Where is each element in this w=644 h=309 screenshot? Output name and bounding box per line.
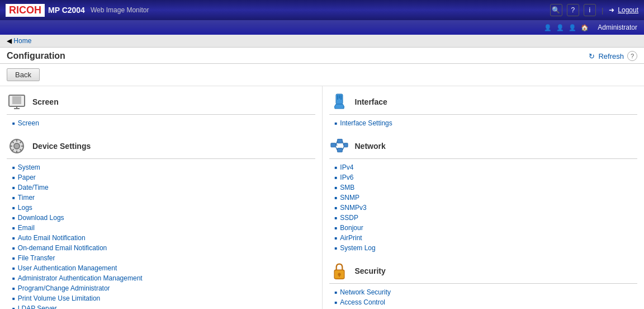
svg-rect-18 bbox=[339, 95, 340, 99]
page-header: Configuration ↻ Refresh ? bbox=[0, 48, 644, 64]
user-icon-2: 👤 bbox=[556, 24, 564, 31]
ipv4-link[interactable]: IPv4 bbox=[335, 162, 638, 172]
interface-section: Interface Interface Settings bbox=[329, 92, 638, 128]
screen-links: Screen bbox=[7, 118, 315, 128]
access-control-link[interactable]: Access Control bbox=[335, 297, 638, 307]
user-auth-link[interactable]: User Authentication Management bbox=[12, 263, 315, 273]
svg-line-26 bbox=[342, 141, 344, 145]
svg-rect-31 bbox=[339, 274, 340, 277]
screen-link[interactable]: Screen bbox=[12, 118, 315, 128]
network-section-header: Network bbox=[329, 136, 638, 159]
back-area: Back bbox=[0, 64, 644, 86]
help-button[interactable]: ? bbox=[627, 51, 637, 61]
svg-rect-22 bbox=[344, 143, 348, 147]
logout-button[interactable]: Logout bbox=[618, 6, 638, 14]
security-icon bbox=[329, 261, 349, 281]
info-icon-btn[interactable]: i bbox=[584, 4, 596, 16]
interface-settings-link[interactable]: Interface Settings bbox=[335, 118, 638, 128]
security-section-header: Security bbox=[329, 261, 638, 284]
logs-link[interactable]: Logs bbox=[12, 203, 315, 213]
home-icon: 🏠 bbox=[581, 24, 589, 31]
device-settings-icon bbox=[7, 136, 27, 156]
paper-link[interactable]: Paper bbox=[12, 172, 315, 182]
monitor-name: Web Image Monitor bbox=[91, 6, 149, 14]
left-panel: Screen Screen bbox=[0, 86, 323, 309]
print-volume-link[interactable]: Print Volume Use Limitation bbox=[12, 293, 315, 303]
svg-rect-16 bbox=[337, 95, 338, 100]
refresh-label: Refresh bbox=[598, 52, 624, 60]
download-logs-link[interactable]: Download Logs bbox=[12, 213, 315, 223]
system-log-link[interactable]: System Log bbox=[335, 243, 638, 253]
user-icon-3: 👤 bbox=[569, 24, 576, 31]
network-links: IPv4 IPv6 SMB SNMP SNMPv3 SSDP Bonjour A… bbox=[329, 162, 638, 253]
svg-rect-1 bbox=[12, 96, 21, 104]
airprint-link[interactable]: AirPrint bbox=[335, 233, 638, 243]
security-section: Security Network Security Access Control… bbox=[329, 261, 638, 309]
device-settings-section-title: Device Settings bbox=[32, 142, 91, 151]
home-link[interactable]: Home bbox=[13, 37, 31, 45]
file-transfer-link[interactable]: File Transfer bbox=[12, 253, 315, 263]
topbar: RICOH MP C2004 Web Image Monitor 🔍 ? i |… bbox=[0, 0, 644, 20]
topbar-icons: 🔍 ? i | ➜ Logout bbox=[550, 4, 638, 16]
page-title: Configuration bbox=[7, 51, 65, 61]
security-links: Network Security Access Control IPP Auth… bbox=[329, 287, 638, 309]
ipv6-link[interactable]: IPv6 bbox=[335, 172, 638, 182]
search-icon-btn[interactable]: 🔍 bbox=[550, 4, 562, 16]
home-arrow: ◀ bbox=[7, 37, 13, 45]
interface-section-header: Interface bbox=[329, 92, 638, 115]
svg-rect-17 bbox=[340, 95, 342, 100]
admin-auth-link[interactable]: Administrator Authentication Management bbox=[12, 273, 315, 283]
logout-arrow-icon: ➜ bbox=[609, 6, 614, 14]
back-button[interactable]: Back bbox=[7, 68, 40, 81]
main-content: Screen Screen bbox=[0, 86, 644, 309]
refresh-icon: ↻ bbox=[589, 52, 595, 60]
ricoh-logo: RICOH bbox=[6, 4, 45, 17]
question-icon-btn[interactable]: ? bbox=[567, 4, 579, 16]
svg-rect-21 bbox=[337, 148, 342, 152]
ondemand-email-link[interactable]: On-demand Email Notification bbox=[12, 243, 315, 253]
admin-icons: 👤 👤 👤 🏠 Administrator bbox=[544, 24, 637, 31]
network-security-link[interactable]: Network Security bbox=[335, 287, 638, 297]
logout-area: ➜ Logout bbox=[609, 6, 638, 14]
screen-section: Screen Screen bbox=[7, 92, 315, 128]
network-icon bbox=[329, 136, 349, 156]
svg-rect-20 bbox=[337, 139, 342, 143]
datetime-link[interactable]: Date/Time bbox=[12, 182, 315, 193]
email-link[interactable]: Email bbox=[12, 223, 315, 233]
topbar-left: RICOH MP C2004 Web Image Monitor bbox=[0, 4, 550, 17]
right-panel: Interface Interface Settings bbox=[323, 86, 645, 309]
network-section-title: Network bbox=[355, 142, 386, 151]
system-link[interactable]: System bbox=[12, 162, 315, 172]
admin-label: Administrator bbox=[598, 24, 637, 31]
device-settings-links: System Paper Date/Time Timer Logs Downlo… bbox=[7, 162, 315, 309]
refresh-area[interactable]: ↻ Refresh ? bbox=[589, 51, 637, 61]
breadcrumb: ◀ Home bbox=[0, 35, 644, 48]
device-settings-section: Device Settings System Paper Date/Time T… bbox=[7, 136, 315, 309]
user-icon-1: 👤 bbox=[544, 24, 552, 31]
interface-links: Interface Settings bbox=[329, 118, 638, 128]
program-change-admin-link[interactable]: Program/Change Administrator bbox=[12, 283, 315, 293]
smb-link[interactable]: SMB bbox=[335, 182, 638, 193]
security-section-title: Security bbox=[355, 266, 386, 275]
ldap-link[interactable]: LDAP Server bbox=[12, 303, 315, 309]
ssdp-link[interactable]: SSDP bbox=[335, 213, 638, 223]
interface-section-title: Interface bbox=[355, 97, 387, 106]
svg-line-25 bbox=[335, 141, 337, 145]
bonjour-link[interactable]: Bonjour bbox=[335, 223, 638, 233]
screen-icon bbox=[7, 92, 27, 112]
network-section: Network IPv4 IPv6 SMB SNMP SNMPv3 SSDP B… bbox=[329, 136, 638, 253]
screen-section-title: Screen bbox=[32, 97, 59, 106]
secondbar: 👤 👤 👤 🏠 Administrator bbox=[0, 20, 644, 35]
timer-link[interactable]: Timer bbox=[12, 193, 315, 203]
snmp-link[interactable]: SNMP bbox=[335, 193, 638, 203]
screen-section-header: Screen bbox=[7, 92, 315, 115]
snmpv3-link[interactable]: SNMPv3 bbox=[335, 203, 638, 213]
separator: | bbox=[602, 6, 603, 15]
auto-email-link[interactable]: Auto Email Notification bbox=[12, 233, 315, 243]
interface-icon bbox=[329, 92, 349, 112]
svg-rect-19 bbox=[330, 143, 335, 147]
device-settings-section-header: Device Settings bbox=[7, 136, 315, 159]
model-name: MP C2004 bbox=[48, 6, 85, 15]
svg-point-6 bbox=[14, 143, 20, 149]
